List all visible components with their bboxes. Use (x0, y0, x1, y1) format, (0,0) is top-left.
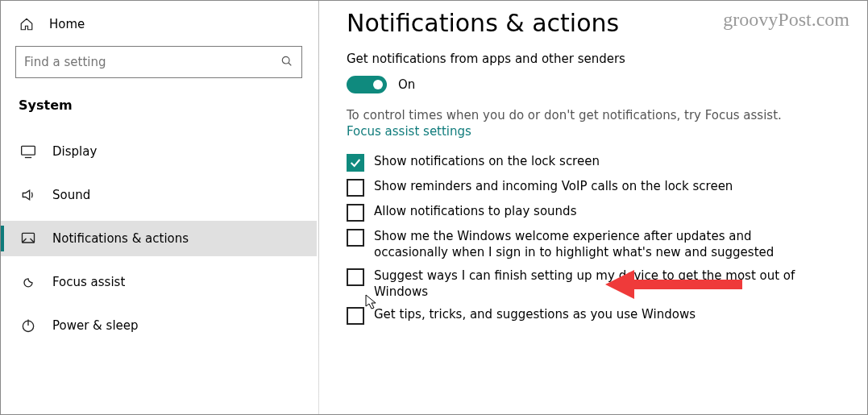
option-tips-tricks[interactable]: Get tips, tricks, and suggestions as you… (347, 306, 822, 325)
home-nav[interactable]: Home (15, 10, 302, 46)
svg-rect-2 (22, 146, 35, 155)
sidebar-item-focus-assist[interactable]: Focus assist (1, 264, 317, 300)
home-icon (19, 17, 35, 31)
checkbox[interactable] (347, 307, 364, 325)
option-label: Allow notifications to play sounds (374, 203, 576, 219)
sidebar-item-label: Focus assist (52, 275, 125, 289)
notifications-icon (20, 230, 36, 247)
option-play-sounds[interactable]: Allow notifications to play sounds (347, 203, 822, 222)
sidebar: Home System Display Sound Notifica (1, 1, 317, 414)
option-show-lock-screen[interactable]: Show notifications on the lock screen (347, 153, 822, 172)
option-label: Show notifications on the lock screen (374, 153, 600, 169)
focus-assist-hint: To control times when you do or don't ge… (347, 108, 843, 122)
sidebar-item-label: Power & sleep (52, 318, 139, 333)
home-label: Home (49, 17, 85, 31)
option-label: Get tips, tricks, and suggestions as you… (374, 306, 696, 322)
search-icon (280, 55, 293, 70)
sidebar-item-power-sleep[interactable]: Power & sleep (1, 308, 317, 343)
checkbox[interactable] (347, 154, 364, 172)
checkbox[interactable] (347, 204, 364, 222)
search-input-container[interactable] (15, 46, 302, 78)
sidebar-item-notifications[interactable]: Notifications & actions (1, 221, 317, 256)
watermark-text: groovyPost.com (723, 9, 849, 31)
checkbox[interactable] (347, 268, 364, 286)
sidebar-item-label: Display (52, 144, 97, 159)
content-pane: Notifications & actions Get notification… (319, 1, 867, 414)
option-welcome-experience[interactable]: Show me the Windows welcome experience a… (347, 228, 822, 261)
sidebar-item-display[interactable]: Display (1, 134, 317, 169)
svg-line-1 (289, 63, 291, 65)
option-label: Suggest ways I can finish setting up my … (374, 268, 822, 301)
sound-icon (20, 187, 36, 203)
display-icon (20, 143, 36, 160)
sidebar-section-title: System (15, 98, 302, 134)
option-show-reminders[interactable]: Show reminders and incoming VoIP calls o… (347, 178, 822, 197)
sidebar-item-sound[interactable]: Sound (1, 177, 317, 213)
option-finish-setup[interactable]: Suggest ways I can finish setting up my … (347, 268, 822, 301)
checkbox[interactable] (347, 179, 364, 197)
sidebar-item-label: Notifications & actions (52, 231, 189, 246)
notifications-subhead: Get notifications from apps and other se… (347, 52, 843, 66)
sidebar-item-label: Sound (52, 188, 90, 202)
focus-assist-link[interactable]: Focus assist settings (347, 124, 843, 139)
option-label: Show reminders and incoming VoIP calls o… (374, 178, 733, 194)
checkbox[interactable] (347, 229, 364, 247)
power-icon (20, 317, 36, 334)
toggle-state-label: On (398, 77, 415, 92)
option-label: Show me the Windows welcome experience a… (374, 228, 822, 261)
notifications-toggle[interactable] (347, 76, 387, 93)
svg-point-0 (282, 56, 289, 64)
focus-assist-icon (20, 274, 36, 290)
search-input[interactable] (24, 55, 280, 69)
